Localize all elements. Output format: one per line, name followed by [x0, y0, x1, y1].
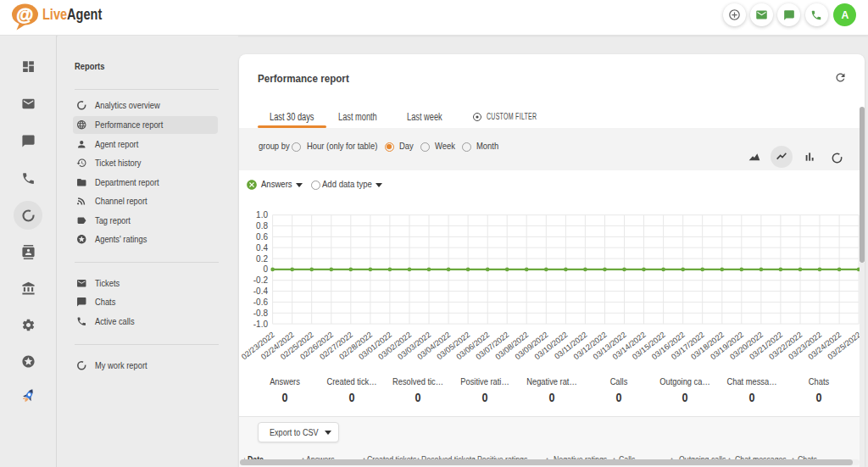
svg-text:1.0: 1.0: [256, 210, 268, 220]
svg-text:0: 0: [263, 264, 268, 274]
svg-text:-0.4: -0.4: [253, 286, 269, 296]
svg-text:-1.0: -1.0: [253, 320, 269, 329]
svg-text:0.2: 0.2: [256, 254, 268, 264]
svg-text:-0.8: -0.8: [253, 309, 269, 318]
svg-text:0.4: 0.4: [256, 243, 268, 253]
svg-text:0.6: 0.6: [256, 232, 268, 242]
svg-text:0.8: 0.8: [256, 221, 268, 231]
svg-text:@: @: [16, 4, 33, 24]
svg-text:-0.6: -0.6: [253, 297, 269, 307]
svg-text:-0.2: -0.2: [253, 275, 269, 285]
